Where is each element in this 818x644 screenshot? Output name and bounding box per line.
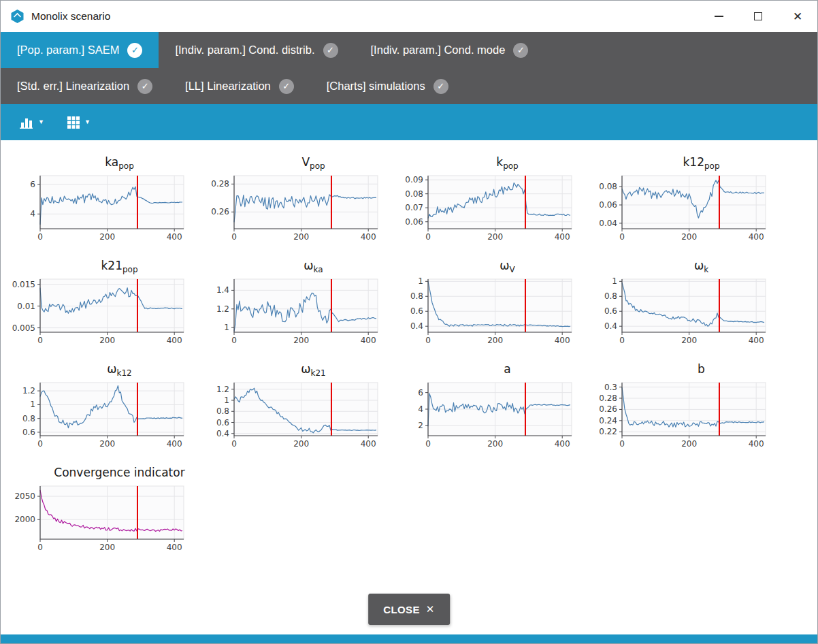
svg-text:0: 0	[37, 336, 43, 345]
svg-text:200: 200	[487, 336, 503, 345]
svg-text:0: 0	[619, 232, 625, 242]
app-icon	[10, 9, 24, 24]
tab-label: [Charts] simulations	[327, 80, 425, 93]
svg-text:0: 0	[37, 232, 43, 242]
chart-title: k21pop	[9, 259, 203, 275]
chart-plot: 0.0050.010.0150200400	[9, 275, 189, 346]
plot-toolbar: ▼ ▼	[1, 104, 817, 140]
svg-text:6: 6	[30, 180, 35, 189]
svg-text:400: 400	[361, 439, 376, 449]
caret-down-icon: ▼	[38, 119, 44, 125]
svg-text:0.22: 0.22	[599, 427, 617, 436]
content-area: kapop460200400Vpop0.260.280200400kpop0.0…	[1, 140, 817, 634]
svg-text:0.06: 0.06	[599, 200, 617, 210]
svg-text:1: 1	[30, 400, 35, 409]
svg-text:400: 400	[749, 439, 764, 449]
chart-title: kapop	[9, 155, 203, 172]
chart-title: Convergence indicator	[9, 466, 203, 482]
check-icon: ✓	[433, 79, 448, 94]
svg-text:0.6: 0.6	[604, 306, 617, 316]
check-icon: ✓	[279, 79, 294, 94]
chart-omega_k: ωk0.40.60.810200400	[591, 259, 785, 349]
svg-text:1: 1	[224, 323, 229, 332]
chart-title: Vpop	[203, 155, 397, 172]
svg-text:0: 0	[425, 232, 431, 242]
chart-title: b	[591, 362, 785, 379]
svg-text:0.005: 0.005	[12, 323, 35, 333]
svg-text:200: 200	[487, 439, 503, 449]
svg-text:0.8: 0.8	[410, 291, 423, 301]
window-title: Monolix scenario	[31, 10, 110, 22]
chart-V_pop: Vpop0.260.280200400	[203, 155, 397, 245]
window-controls: ✕	[699, 1, 817, 32]
chart-title: ωV	[397, 259, 591, 275]
close-button[interactable]: CLOSE ✕	[368, 594, 450, 625]
check-icon: ✓	[127, 43, 142, 58]
svg-text:400: 400	[555, 439, 570, 449]
check-icon: ✓	[513, 43, 528, 58]
tab-indiv-param-cond-mode[interactable]: [Indiv. param.] Cond. mode✓	[355, 32, 545, 68]
close-button-label: CLOSE	[383, 604, 420, 615]
svg-text:0.8: 0.8	[22, 414, 35, 423]
svg-text:400: 400	[749, 232, 764, 242]
tab-ll-linearization[interactable]: [LL] Linearization✓	[169, 68, 310, 104]
svg-text:200: 200	[293, 232, 309, 242]
chart-ka_pop: kapop460200400	[9, 155, 203, 245]
svg-text:2050: 2050	[14, 492, 35, 501]
tab-row-1: [Pop. param.] SAEM✓[Indiv. param.] Cond.…	[1, 32, 817, 68]
chart-omega_k21: ωk210.40.60.811.20200400	[203, 362, 397, 452]
chart-plot: 0.040.060.080200400	[591, 172, 771, 242]
svg-text:0.6: 0.6	[22, 428, 35, 437]
chart-plot: 0.40.60.811.20200400	[203, 379, 383, 449]
svg-text:1.4: 1.4	[216, 285, 229, 295]
svg-text:200: 200	[99, 543, 115, 552]
svg-text:0: 0	[231, 439, 237, 449]
svg-text:0.07: 0.07	[405, 203, 423, 212]
chart-title: ωka	[203, 259, 397, 275]
svg-text:400: 400	[749, 336, 764, 345]
tab-label: [Indiv. param.] Cond. mode	[371, 44, 506, 57]
svg-text:200: 200	[99, 232, 115, 242]
chart-omega_k12: ωk120.60.811.20200400	[9, 362, 203, 452]
tab-std-err-linearization[interactable]: [Std. err.] Linearization✓	[1, 68, 169, 104]
svg-text:0.08: 0.08	[599, 182, 617, 191]
chart-title: k12pop	[591, 155, 785, 172]
svg-text:200: 200	[99, 439, 115, 449]
close-icon: ✕	[426, 603, 435, 615]
chart-plot: 0.60.811.20200400	[9, 379, 189, 449]
tab-indiv-param-cond-distrib[interactable]: [Indiv. param.] Cond. distrib.✓	[159, 32, 354, 68]
svg-text:0.4: 0.4	[410, 321, 423, 331]
tab-pop-param-saem[interactable]: [Pop. param.] SAEM✓	[1, 32, 159, 68]
svg-text:0.06: 0.06	[405, 217, 423, 227]
maximize-icon	[754, 12, 762, 20]
minimize-button[interactable]	[699, 1, 738, 32]
chart-k_pop: kpop0.060.070.080.090200400	[397, 155, 591, 245]
svg-text:4: 4	[30, 209, 35, 219]
svg-text:0: 0	[425, 439, 431, 449]
svg-text:0.24: 0.24	[599, 416, 617, 425]
chart-a: a2460200400	[397, 362, 591, 452]
tab-charts-simulations[interactable]: [Charts] simulations✓	[310, 68, 465, 104]
svg-text:400: 400	[167, 543, 182, 552]
svg-text:0: 0	[619, 336, 625, 345]
plot-type-button[interactable]: ▼	[20, 116, 44, 129]
scenario-tab-bar: [Pop. param.] SAEM✓[Indiv. param.] Cond.…	[1, 32, 817, 104]
svg-text:1: 1	[418, 276, 423, 286]
charts-grid: kapop460200400Vpop0.260.280200400kpop0.0…	[1, 140, 817, 556]
svg-text:400: 400	[167, 232, 182, 242]
svg-text:400: 400	[167, 336, 182, 345]
svg-text:200: 200	[681, 439, 697, 449]
check-icon: ✓	[137, 79, 152, 94]
layout-grid-button[interactable]: ▼	[67, 116, 91, 129]
maximize-button[interactable]	[738, 1, 778, 32]
svg-text:200: 200	[99, 336, 115, 345]
chart-plot: 200020500200400	[9, 482, 189, 553]
svg-text:0: 0	[231, 232, 237, 242]
close-window-button[interactable]: ✕	[778, 1, 817, 32]
svg-text:0: 0	[425, 336, 431, 345]
svg-text:0.4: 0.4	[604, 321, 617, 331]
svg-text:1: 1	[224, 396, 229, 405]
svg-text:200: 200	[487, 232, 503, 242]
chart-plot: 460200400	[9, 172, 189, 242]
chart-plot: 11.21.40200400	[203, 275, 383, 346]
